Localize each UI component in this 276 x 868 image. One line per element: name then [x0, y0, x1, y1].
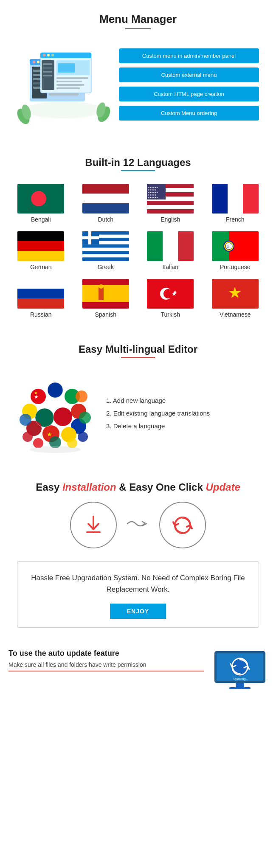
install-icons: [8, 502, 268, 548]
refresh-icon: [171, 514, 194, 537]
install-title: Easy Installation & Easy One Click Updat…: [8, 481, 268, 493]
flag-item-dutch: Dutch: [78, 184, 134, 223]
flag-label-dutch: Dutch: [98, 216, 113, 223]
svg-text:★: ★: [172, 290, 177, 297]
svg-rect-49: [147, 205, 194, 209]
feature-custom-external[interactable]: Custom external menu: [119, 67, 259, 82]
autoupdate-section: To use the auto update feature Make sure…: [0, 636, 276, 700]
svg-rect-41: [82, 194, 129, 203]
flag-item-french: French: [207, 184, 264, 223]
flag-item-russian: Russian: [13, 279, 69, 318]
flag-label-bengali: Bengali: [31, 216, 51, 223]
flag-label-portuguese: Portuguese: [220, 264, 251, 270]
svg-rect-26: [43, 71, 52, 73]
multilingual-title: Easy Multi-lingual Editor: [8, 343, 268, 355]
flag-italian: [147, 231, 194, 261]
svg-rect-58: [228, 184, 243, 213]
autoupdate-text: To use the auto update feature Make sure…: [8, 649, 204, 671]
svg-rect-131: [236, 683, 244, 687]
ml-underline: [121, 357, 155, 358]
flag-english: ★★★★★★ ★★★★★ ★★★★★★ ★★★★★ ★★★★★★: [147, 184, 194, 213]
download-icon: [83, 514, 104, 536]
feature-custom-ordering[interactable]: Custom Menu ordering: [119, 106, 259, 121]
svg-point-39: [31, 191, 46, 206]
svg-point-116: [76, 390, 87, 402]
flag-spanish: [82, 279, 129, 309]
svg-point-120: [78, 432, 88, 442]
lang-underline: [121, 170, 155, 171]
svg-point-118: [79, 412, 91, 424]
svg-rect-69: [82, 248, 129, 251]
flags-grid: Bengali Dutch: [8, 184, 268, 318]
flag-item-portuguese: ⚔ Portuguese: [207, 231, 264, 270]
svg-text:★: ★: [47, 431, 52, 438]
svg-rect-17: [49, 93, 79, 96]
arrow-squiggle: [125, 517, 151, 533]
install-mid: & Easy One Click: [116, 481, 206, 493]
svg-rect-29: [58, 63, 75, 73]
install-section: Easy Installation & Easy One Click Updat…: [0, 469, 276, 636]
feature-custom-html[interactable]: Custom HTML page creation: [119, 87, 259, 101]
install-italic2: Update: [206, 481, 240, 493]
menu-manager-section: Menu Manager: [0, 0, 276, 140]
flag-greek: [82, 231, 129, 261]
menu-manager-title: Menu Manager: [8, 13, 268, 26]
svg-rect-48: [147, 201, 194, 205]
svg-text:⚔: ⚔: [226, 244, 230, 249]
flag-label-spanish: Spanish: [95, 311, 116, 318]
flag-label-greek: Greek: [98, 264, 114, 270]
autoupdate-description: Make sure all files and folders have wri…: [8, 661, 204, 671]
flag-item-vietnamese: ★ Vietnamese: [207, 279, 264, 318]
languages-title: Built-in 12 Languages: [8, 157, 268, 169]
flag-item-italian: Italian: [142, 231, 199, 270]
svg-point-124: [30, 446, 81, 453]
flag-item-german: German: [13, 231, 69, 270]
ml-list-item-1: 1. Add new language: [106, 394, 210, 407]
globe-illustration: ★ ★ ★: [13, 371, 98, 456]
svg-rect-62: [17, 251, 64, 261]
feature-custom-menu-admin[interactable]: Custom menu in admin/member panel: [119, 48, 259, 63]
svg-rect-42: [82, 203, 129, 213]
enjoy-button[interactable]: ENJOY: [110, 604, 166, 619]
svg-rect-60: [17, 231, 64, 241]
svg-rect-84: [17, 279, 64, 289]
svg-rect-57: [212, 184, 228, 213]
flag-label-german: German: [30, 264, 52, 270]
flag-item-spanish: Spanish: [78, 279, 134, 318]
ml-list-item-2: 2. Edit existing language translations: [106, 407, 210, 420]
svg-rect-50: [147, 209, 194, 213]
flag-label-vietnamese: Vietnamese: [220, 311, 251, 318]
svg-text:Updating...: Updating...: [234, 677, 248, 681]
svg-rect-59: [243, 184, 259, 213]
flag-russian: [17, 279, 64, 309]
svg-rect-77: [163, 231, 178, 261]
install-italic1: Installation: [62, 481, 116, 493]
svg-rect-25: [43, 67, 52, 69]
svg-text:★: ★: [34, 390, 38, 395]
languages-section: Built-in 12 Languages Bengali Dutch: [0, 140, 276, 326]
flag-item-greek: Greek: [78, 231, 134, 270]
menu-illustration: [17, 42, 110, 127]
refresh-circle: [159, 502, 206, 548]
svg-point-90: [99, 284, 103, 289]
svg-point-22: [51, 54, 54, 56]
flag-item-bengali: Bengali: [13, 184, 69, 223]
svg-rect-33: [56, 87, 80, 89]
svg-rect-88: [82, 285, 129, 302]
svg-rect-68: [82, 244, 129, 248]
menu-features: Custom menu in admin/member panel Custom…: [110, 48, 259, 121]
svg-rect-75: [82, 236, 99, 239]
flag-item-english: ★★★★★★ ★★★★★ ★★★★★★ ★★★★★ ★★★★★★ English: [142, 184, 199, 223]
upgrade-box: Hassle Free Upgradation System. No Need …: [17, 561, 259, 628]
svg-rect-31: [56, 81, 82, 82]
flag-label-italian: Italian: [163, 264, 178, 270]
svg-rect-71: [82, 254, 129, 258]
flag-portuguese: ⚔: [212, 231, 259, 261]
svg-text:★: ★: [228, 284, 242, 301]
flag-french: [212, 184, 259, 213]
flag-label-english: English: [161, 216, 180, 223]
svg-rect-70: [82, 251, 129, 254]
svg-rect-30: [56, 77, 88, 79]
upgrade-text: Hassle Free Upgradation System. No Need …: [30, 572, 246, 595]
svg-point-20: [43, 54, 45, 56]
